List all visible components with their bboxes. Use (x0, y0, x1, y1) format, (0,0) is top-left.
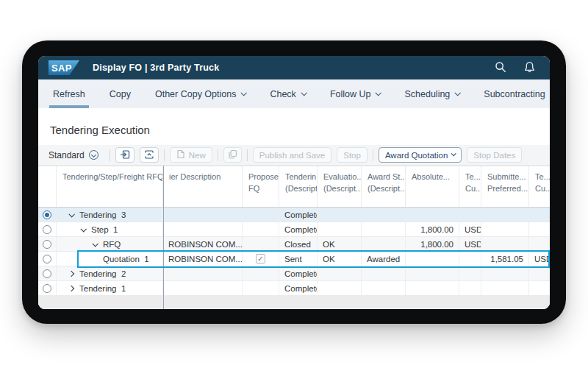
table-row[interactable]: RFQ ROBINSON COM... Closed OK 1,800.00 U… (38, 237, 550, 252)
cell-description (163, 266, 243, 281)
menu-item-label: Scheduling (404, 89, 450, 99)
row-select-radio[interactable] (43, 225, 51, 234)
cell-tendering-status: Closed (279, 237, 318, 252)
row-label: Tendering 1 (79, 284, 126, 293)
cell-currency-2: USD (529, 252, 550, 266)
sap-logo-text: SAP (51, 63, 72, 74)
proposed-fq-checkbox[interactable] (256, 254, 265, 263)
publish-and-save-button[interactable]: Publish and Save (253, 147, 332, 163)
header-currency-2[interactable]: Te...Cu... (529, 166, 550, 207)
row-select-radio[interactable] (43, 255, 51, 263)
cell-currency-2 (529, 208, 550, 222)
cell-absolute (406, 266, 459, 281)
header-award-status[interactable]: Award St...(Descript... (362, 166, 406, 207)
menu-item-other-copy-options[interactable]: Other Copy Options (154, 79, 247, 108)
menu-item-label: Refresh (53, 89, 85, 99)
table-row-highlighted[interactable]: Quotation 1 ROBINSON COM... Sent OK Awar… (38, 252, 550, 266)
cell-tendering-status: Completed (279, 281, 318, 296)
copy-row-button[interactable] (223, 147, 242, 163)
view-selector[interactable]: Standard (49, 150, 98, 160)
cell-evaluation (318, 208, 362, 222)
collapse-all-icon (144, 149, 154, 161)
content-area: Tendering Execution Standard (38, 108, 550, 309)
row-select-radio[interactable] (43, 284, 51, 293)
cell-description (163, 208, 243, 222)
table-row[interactable]: Step 1 Completed 1,800.00 USD (38, 222, 550, 237)
header-submitted-preferred[interactable]: Submitte...Preferred... (481, 166, 529, 207)
expand-toggle-icon[interactable] (68, 285, 74, 291)
collapse-toggle-icon[interactable] (68, 211, 74, 217)
header-evaluation[interactable]: Evaluatio...(Descript... (318, 166, 362, 207)
new-button-label: New (189, 151, 206, 160)
cell-evaluation (318, 266, 362, 281)
copy-icon (228, 149, 237, 160)
cell-award-status: Awarded (362, 252, 406, 266)
menu-item-follow-up[interactable]: Follow Up (329, 79, 382, 108)
menu-item-subcontracting[interactable]: Subcontracting (482, 79, 550, 108)
row-label: Quotation 1 (103, 255, 149, 263)
expand-toggle-icon[interactable] (68, 270, 74, 276)
cell-currency (459, 252, 481, 266)
cell-submitted (481, 208, 529, 222)
table-row[interactable]: Tendering 2 Completed (38, 266, 550, 281)
stop-button[interactable]: Stop (337, 147, 368, 163)
menu-item-check[interactable]: Check (268, 79, 306, 108)
collapse-all-button[interactable] (140, 147, 159, 163)
search-icon (495, 61, 506, 75)
table-empty-area (38, 296, 550, 309)
row-label: RFQ (103, 240, 121, 249)
cell-currency: USD (459, 237, 481, 252)
toolbar-separator (164, 149, 165, 161)
cell-description: ROBINSON COM... (163, 252, 243, 266)
menu-item-scheduling[interactable]: Scheduling (403, 79, 461, 108)
row-select-radio[interactable] (43, 240, 51, 249)
table-row[interactable]: Tendering 3 Completed (38, 208, 550, 222)
cell-absolute (406, 208, 459, 222)
menu-item-label: Copy (110, 89, 131, 99)
expand-all-button[interactable] (115, 147, 135, 163)
cell-tendering-status: Completed (279, 266, 318, 281)
table-row[interactable]: Tendering 1 Completed (38, 281, 550, 296)
award-quotation-button[interactable]: Award Quotation (379, 147, 462, 163)
cell-absolute: 1,800.00 (406, 222, 459, 237)
header-selection (38, 166, 57, 207)
row-select-radio[interactable] (43, 269, 51, 278)
header-proposed-fq[interactable]: ProposedFQ (243, 166, 279, 207)
toolbar-separator (373, 149, 373, 161)
menu-item-copy[interactable]: Copy (108, 79, 132, 108)
menu-item-label: Follow Up (330, 89, 371, 99)
app-screen: SAP Display FO | 3rd Party Truck Ref (38, 56, 550, 309)
header-tendering-status[interactable]: Tenderin...(Descript... (279, 166, 318, 207)
new-document-icon (176, 149, 185, 160)
cell-currency (459, 208, 481, 222)
table-toolbar: Standard (38, 145, 550, 166)
toolbar-separator (218, 149, 218, 161)
collapse-toggle-icon[interactable] (80, 226, 86, 232)
toolbar-separator (110, 149, 110, 161)
cell-evaluation (318, 281, 362, 296)
header-tendering-step[interactable]: Tendering/Step/Freight RFQ/... (57, 166, 163, 207)
header-currency-1[interactable]: Te...Cu... (459, 166, 481, 207)
search-button[interactable] (495, 61, 506, 75)
frozen-column-divider (163, 166, 164, 309)
action-menubar: Refresh Copy Other Copy Options Check Fo… (38, 79, 550, 108)
collapse-toggle-icon[interactable] (92, 241, 98, 247)
menu-item-refresh[interactable]: Refresh (51, 79, 87, 108)
stop-dates-button[interactable]: Stop Dates (467, 147, 522, 163)
cell-proposed-fq (243, 252, 279, 266)
cell-evaluation (318, 222, 362, 237)
menu-item-label: Other Copy Options (155, 89, 236, 99)
notifications-button[interactable] (524, 61, 535, 75)
chevron-down-icon (376, 90, 381, 96)
cell-currency-2 (529, 222, 550, 237)
cell-proposed-fq (243, 222, 279, 237)
award-quotation-label: Award Quotation (385, 151, 448, 160)
row-select-radio[interactable] (43, 210, 51, 219)
new-button[interactable]: New (170, 147, 212, 163)
cell-absolute (406, 252, 459, 266)
header-absolute[interactable]: Absolute... (406, 166, 459, 207)
header-carrier-description[interactable]: ier Description (163, 166, 243, 207)
cell-currency: USD (459, 222, 481, 237)
cell-proposed-fq (243, 281, 279, 296)
cell-tendering-status: Completed (279, 222, 318, 237)
